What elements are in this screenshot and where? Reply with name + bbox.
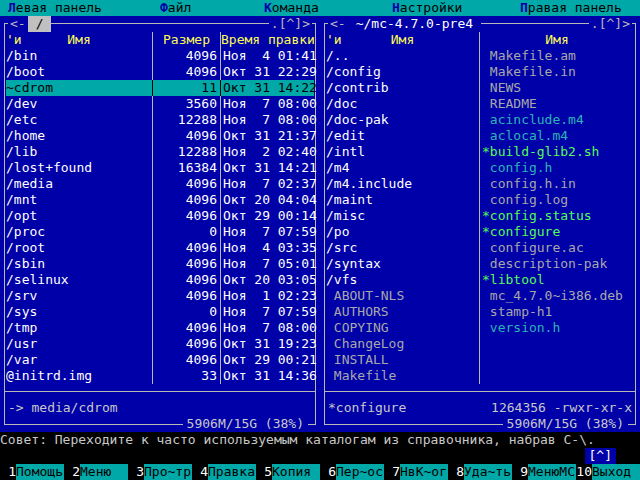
file-row[interactable]: /sys0Ноя 7 07:59	[6, 304, 314, 320]
file-row[interactable]: /lost+found16384Окт 31 14:21	[6, 160, 314, 176]
fkey-button-8[interactable]: 8Уда~ть	[448, 464, 512, 480]
left-column-header-mtime[interactable]: Время правки	[220, 32, 315, 48]
file-size: 4096	[152, 288, 220, 304]
file-name: /sbin	[6, 256, 152, 272]
file-row[interactable]: /config	[326, 64, 479, 80]
fkey-button-1[interactable]: 1Помощь	[0, 464, 64, 480]
file-row[interactable]: INSTALL	[326, 352, 479, 368]
file-size: 4096	[152, 48, 220, 64]
file-row[interactable]: /misc	[326, 208, 479, 224]
menu-item-евая-панель[interactable]: Левая панель	[8, 0, 102, 16]
fkey-button-4[interactable]: 4Правка	[192, 464, 256, 480]
file-row[interactable]: stamp-h1	[482, 304, 634, 320]
file-row[interactable]: /srv4096Ноя 1 02:23	[6, 288, 314, 304]
file-row[interactable]: Makefile.am	[482, 48, 634, 64]
right-column-header-name-a[interactable]: 'иИмя	[326, 32, 479, 48]
fkey-number: 3	[128, 464, 144, 480]
file-row[interactable]: *configure	[482, 224, 634, 240]
file-row[interactable]: *build-glib2.sh	[482, 144, 634, 160]
file-row[interactable]: acinclude.m4	[482, 112, 634, 128]
file-row[interactable]: /selinux4096Окт 20 03:05	[6, 272, 314, 288]
file-mtime: Ноя 7 05:01	[220, 256, 317, 272]
file-row[interactable]: /doc	[326, 96, 479, 112]
file-row[interactable]: /vfs	[326, 272, 479, 288]
file-row[interactable]: /syntax	[326, 256, 479, 272]
menu-item-равая-панель[interactable]: Правая панель	[520, 0, 622, 16]
file-row[interactable]: /usr4096Окт 31 19:23	[6, 336, 314, 352]
file-row[interactable]: /m4.include	[326, 176, 479, 192]
file-row[interactable]: config.log	[482, 192, 634, 208]
file-row[interactable]: config.h.in	[482, 176, 634, 192]
left-free-space: 5906M/15G (38%)	[183, 416, 308, 432]
file-row[interactable]: /dev3560Ноя 7 08:00	[6, 96, 314, 112]
file-row[interactable]: /media4096Ноя 7 02:37	[6, 176, 314, 192]
left-mini-status: -> media/cdrom	[8, 400, 118, 416]
file-row[interactable]: ChangeLog	[326, 336, 479, 352]
right-panel-back-arrow[interactable]: <-	[328, 16, 348, 32]
fkey-number: 4	[192, 464, 208, 480]
file-row[interactable]: /contrib	[326, 80, 479, 96]
file-row[interactable]: /proc0Ноя 7 07:59	[6, 224, 314, 240]
file-row[interactable]: /etc12288Ноя 7 08:00	[6, 112, 314, 128]
file-row[interactable]: /boot4096Окт 31 22:29	[6, 64, 314, 80]
file-row[interactable]: /intl	[326, 144, 479, 160]
file-mtime: Окт 31 22:29	[220, 64, 317, 80]
file-row-selected[interactable]: ~cdrom11Окт 31 14:22	[6, 80, 314, 96]
fkey-button-5[interactable]: 5Копия	[256, 464, 320, 480]
fkey-button-6[interactable]: 6Пер~ос	[320, 464, 384, 480]
fkey-button-7[interactable]: 7НвК~ог	[384, 464, 448, 480]
left-panel-path[interactable]: /	[28, 16, 52, 32]
file-row[interactable]: description-pak	[482, 256, 634, 272]
file-row[interactable]: /edit	[326, 128, 479, 144]
file-row[interactable]: ABOUT-NLS	[326, 288, 479, 304]
right-panel-corner-buttons[interactable]: .[^]>	[589, 16, 632, 32]
file-row[interactable]: aclocal.m4	[482, 128, 634, 144]
file-row[interactable]: /bin4096Ноя 4 01:41	[6, 48, 314, 64]
file-row[interactable]: /sbin4096Ноя 7 05:01	[6, 256, 314, 272]
file-row[interactable]: AUTHORS	[326, 304, 479, 320]
left-panel-corner-buttons[interactable]: .[^]>	[269, 16, 312, 32]
file-row[interactable]: /mnt4096Окт 20 04:04	[6, 192, 314, 208]
file-row[interactable]: /m4	[326, 160, 479, 176]
file-row[interactable]: config.h	[482, 160, 634, 176]
file-row[interactable]: /root4096Ноя 4 03:35	[6, 240, 314, 256]
fkey-button-9[interactable]: 9МенюМС	[512, 464, 576, 480]
fkey-button-10[interactable]: 10Выход	[576, 464, 640, 480]
file-row[interactable]: mc_4.7.0~i386.deb	[482, 288, 634, 304]
file-name: /lib	[6, 144, 152, 160]
file-row[interactable]: README	[482, 96, 634, 112]
file-row[interactable]: *config.status	[482, 208, 634, 224]
fkey-number: 9	[512, 464, 528, 480]
file-row[interactable]: /tmp4096Ноя 7 08:00	[6, 320, 314, 336]
left-panel-back-arrow[interactable]: <-	[8, 16, 28, 32]
file-row[interactable]: Makefile	[326, 368, 479, 384]
file-row[interactable]: version.h	[482, 320, 634, 336]
file-row[interactable]: /po	[326, 224, 479, 240]
file-row[interactable]: /opt4096Окт 29 00:14	[6, 208, 314, 224]
file-row[interactable]: @initrd.img33Окт 31 14:36	[6, 368, 314, 384]
left-column-header-size[interactable]: Размер	[152, 32, 220, 48]
file-row[interactable]: /maint	[326, 192, 479, 208]
panel-toggle-button[interactable]: [^]	[585, 448, 616, 464]
file-row[interactable]: /src	[326, 240, 479, 256]
file-mtime: Ноя 2 02:40	[220, 144, 317, 160]
file-row[interactable]: COPYING	[326, 320, 479, 336]
file-row[interactable]: /doc-pak	[326, 112, 479, 128]
fkey-button-3[interactable]: 3Про~тр	[128, 464, 192, 480]
file-row[interactable]: Makefile.in	[482, 64, 634, 80]
file-row[interactable]: *libtool	[482, 272, 634, 288]
right-column-header-name-b[interactable]: Имя	[479, 32, 634, 48]
file-row[interactable]: NEWS	[482, 80, 634, 96]
right-panel-path[interactable]: ~/mc-4.7.0-pre4	[348, 16, 481, 32]
left-column-header-name[interactable]: 'иИмя	[6, 32, 152, 48]
file-row[interactable]: /..	[326, 48, 479, 64]
file-row[interactable]: /lib12288Ноя 2 02:40	[6, 144, 314, 160]
menu-item-оманда[interactable]: Команда	[264, 0, 319, 16]
menu-item-айл[interactable]: Файл	[160, 0, 191, 16]
file-row[interactable]: configure.ac	[482, 240, 634, 256]
fkey-button-2[interactable]: 2Меню	[64, 464, 128, 480]
menu-item-астройки[interactable]: Настройки	[392, 0, 462, 16]
file-row[interactable]: /var4096Окт 29 00:21	[6, 352, 314, 368]
file-row[interactable]: /home4096Окт 31 21:37	[6, 128, 314, 144]
command-line[interactable]: user@eee:/$ [^]	[0, 448, 640, 464]
